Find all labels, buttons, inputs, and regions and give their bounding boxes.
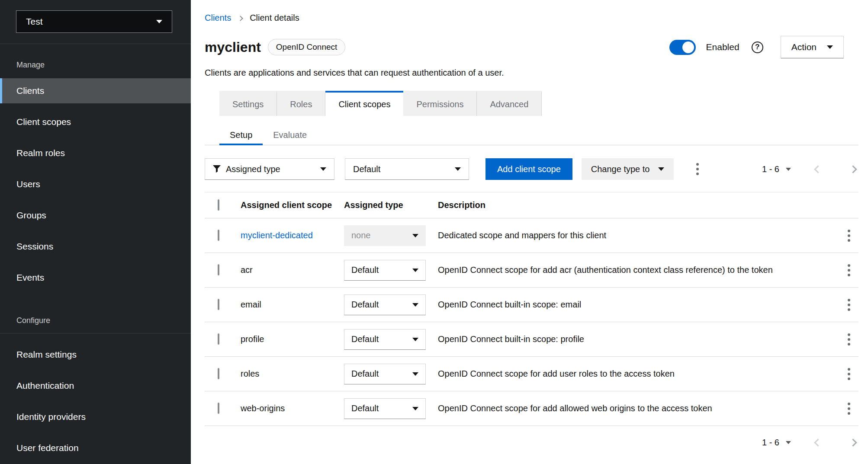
sidebar-item-client-scopes[interactable]: Client scopes (0, 109, 191, 134)
enabled-toggle[interactable] (669, 40, 696, 55)
sidebar-item-realm-settings[interactable]: Realm settings (0, 342, 191, 367)
protocol-badge: OpenID Connect (268, 39, 346, 55)
scope-name: web-origins (241, 403, 285, 413)
row-checkbox[interactable] (218, 264, 219, 275)
caret-down-icon (827, 45, 833, 49)
sidebar: Test Manage Clients Client scopes Realm … (0, 0, 191, 464)
chevron-right-icon (238, 16, 243, 21)
pagination-prev-button[interactable] (813, 437, 823, 448)
change-type-to-dropdown[interactable]: Change type to (582, 158, 674, 180)
title-row: myclient OpenID Connect Enabled ? Action (205, 36, 858, 58)
pagination-next-button[interactable] (848, 164, 858, 175)
nav-group-configure: Configure (0, 316, 191, 325)
tab-roles[interactable]: Roles (277, 91, 325, 116)
table-row: roles Default OpenID Connect scope for a… (205, 357, 858, 391)
row-kebab-menu-icon[interactable] (845, 400, 853, 417)
select-all-checkbox[interactable] (218, 199, 219, 211)
tab-client-scopes[interactable]: Client scopes (325, 91, 403, 116)
pagination-range-dropdown[interactable]: 1 - 6 (762, 164, 791, 174)
client-scopes-table: Assigned client scope Assigned type Desc… (205, 192, 858, 426)
subtab-evaluate[interactable]: Evaluate (263, 126, 317, 145)
table-row: myclient-dedicated none Dedicated scope … (205, 218, 858, 253)
sidebar-nav: Manage Clients Client scopes Realm roles… (0, 44, 191, 464)
table-header-row: Assigned client scope Assigned type Desc… (205, 192, 858, 218)
tab-advanced[interactable]: Advanced (477, 91, 542, 116)
assigned-type-filter-select[interactable]: Assigned type (205, 158, 334, 180)
assigned-type-select[interactable]: none (344, 225, 426, 246)
chevron-right-icon (849, 165, 857, 173)
realm-selector[interactable]: Test (16, 10, 172, 33)
row-checkbox[interactable] (218, 230, 219, 241)
breadcrumb-clients-link[interactable]: Clients (205, 13, 231, 23)
realm-name: Test (26, 16, 43, 27)
scope-description: OpenID Connect built-in scope: profile (438, 334, 839, 344)
pagination-top: 1 - 6 (762, 164, 858, 175)
sidebar-item-clients[interactable]: Clients (0, 78, 191, 103)
row-kebab-menu-icon[interactable] (845, 365, 853, 383)
scope-description: OpenID Connect built-in scope: email (438, 300, 839, 310)
main-content: Clients Client details myclient OpenID C… (191, 0, 868, 464)
action-dropdown[interactable]: Action (781, 36, 844, 58)
row-checkbox[interactable] (218, 333, 219, 345)
page-title: myclient (205, 39, 261, 55)
pagination-range-dropdown[interactable]: 1 - 6 (762, 438, 791, 448)
row-kebab-menu-icon[interactable] (845, 262, 853, 279)
type-value-select[interactable]: Default (345, 158, 469, 180)
row-kebab-menu-icon[interactable] (845, 227, 853, 244)
sidebar-item-events[interactable]: Events (0, 265, 191, 290)
sidebar-item-sessions[interactable]: Sessions (0, 234, 191, 259)
tab-permissions[interactable]: Permissions (403, 91, 477, 116)
page: Test Manage Clients Client scopes Realm … (0, 0, 868, 464)
caret-down-icon (320, 167, 326, 171)
sidebar-item-realm-roles[interactable]: Realm roles (0, 141, 191, 166)
row-checkbox[interactable] (218, 403, 219, 414)
pagination-prev-button[interactable] (813, 164, 823, 175)
assigned-type-select[interactable]: Default (344, 294, 426, 315)
caret-down-icon (412, 303, 418, 307)
sidebar-item-identity-providers[interactable]: Identity providers (0, 404, 191, 429)
sidebar-item-users[interactable]: Users (0, 172, 191, 197)
scope-description: OpenID Connect scope for add user roles … (438, 369, 839, 379)
caret-down-icon (412, 234, 418, 237)
sub-tabs: Setup Evaluate (205, 126, 858, 145)
scope-description: Dedicated scope and mappers for this cli… (438, 230, 839, 240)
tab-settings[interactable]: Settings (219, 91, 277, 116)
caret-down-icon (412, 372, 418, 376)
add-client-scope-button[interactable]: Add client scope (485, 158, 572, 180)
table-row: acr Default OpenID Connect scope for add… (205, 253, 858, 288)
scope-name-link[interactable]: myclient-dedicated (241, 230, 313, 240)
caret-down-icon (412, 269, 418, 272)
scope-name: acr (241, 265, 253, 275)
assigned-type-select[interactable]: Default (344, 260, 426, 281)
assigned-type-select[interactable]: Default (344, 364, 426, 384)
nav-list-configure: Realm settings Authentication Identity p… (0, 342, 191, 461)
sidebar-item-groups[interactable]: Groups (0, 203, 191, 228)
row-checkbox[interactable] (218, 299, 219, 310)
nav-group-manage: Manage (0, 61, 191, 70)
scope-name: email (241, 300, 261, 309)
row-kebab-menu-icon[interactable] (845, 331, 853, 348)
caret-down-icon (786, 441, 791, 444)
pagination-next-button[interactable] (848, 437, 858, 448)
column-header-assigned-client-scope: Assigned client scope (241, 200, 344, 210)
sidebar-item-authentication[interactable]: Authentication (0, 373, 191, 398)
breadcrumb: Clients Client details (205, 13, 858, 23)
row-checkbox[interactable] (218, 368, 219, 379)
toolbar-kebab-menu-icon[interactable] (694, 160, 701, 178)
subtab-setup[interactable]: Setup (219, 126, 263, 145)
pagination-bottom: 1 - 6 (762, 437, 858, 448)
main-tabs: Settings Roles Client scopes Permissions… (219, 91, 858, 116)
caret-down-icon (156, 20, 162, 23)
chevron-left-icon (814, 438, 822, 446)
sidebar-item-user-federation[interactable]: User federation (0, 435, 191, 461)
chevron-left-icon (814, 165, 822, 173)
assigned-type-select[interactable]: Default (344, 398, 426, 419)
help-icon[interactable]: ? (752, 42, 763, 53)
nav-section-divider (0, 333, 191, 333)
assigned-type-select[interactable]: Default (344, 329, 426, 350)
row-kebab-menu-icon[interactable] (845, 296, 853, 314)
header-controls: Enabled ? Action (669, 36, 844, 58)
scope-description: OpenID Connect scope for add allowed web… (438, 403, 839, 413)
filter-icon (213, 165, 221, 173)
scope-description: OpenID Connect scope for add acr (authen… (438, 265, 839, 275)
